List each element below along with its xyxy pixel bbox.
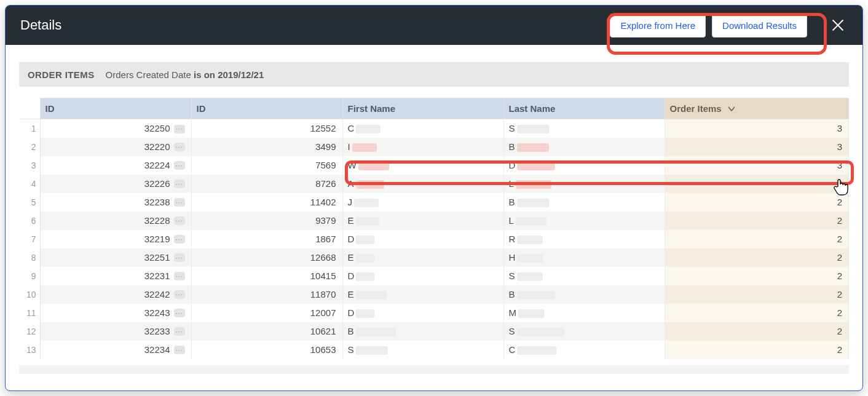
cell-first-name[interactable]: J [342,193,503,212]
table-row[interactable]: 232220···3499IB3 [19,138,849,156]
col-last-name[interactable]: Last Name [503,98,665,119]
col-id2[interactable]: ID [191,98,342,119]
cell-id1[interactable]: 32228··· [40,212,191,230]
cell-order-items[interactable]: 2 [665,267,849,285]
cell-first-name[interactable]: B [342,322,503,341]
ellipsis-icon[interactable]: ··· [174,125,185,133]
cell-first-name[interactable]: E [342,285,503,304]
ellipsis-icon[interactable]: ··· [174,143,185,151]
cell-order-items[interactable]: 2 [665,193,849,212]
ellipsis-icon[interactable]: ··· [174,327,185,336]
cell-id2[interactable]: 12668 [191,248,342,267]
cell-id2[interactable]: 12552 [191,119,342,138]
col-first-name[interactable]: First Name [342,98,503,119]
table-row[interactable]: 932231···10415DS2 [19,267,849,285]
table-row[interactable]: 832251···12668EH2 [19,248,849,267]
cell-first-name[interactable]: S [342,341,503,359]
cell-order-items[interactable]: 2 [665,322,849,341]
cell-id1[interactable]: 32243··· [40,304,191,322]
cell-last-name[interactable]: B [503,285,665,304]
cell-first-name[interactable]: C [342,119,503,138]
cell-last-name[interactable]: L [503,212,665,230]
cell-last-name[interactable]: D [503,156,665,175]
cell-last-name[interactable]: S [503,322,665,341]
cell-id2[interactable]: 10653 [191,341,342,359]
download-results-button[interactable]: Download Results [712,14,807,38]
cell-first-name[interactable]: D [342,230,503,248]
cell-order-items[interactable]: 2 [665,212,849,230]
cell-id2[interactable]: 11402 [191,193,342,212]
ellipsis-icon[interactable]: ··· [174,290,185,299]
cell-id1[interactable]: 32219··· [40,230,191,248]
close-icon[interactable] [831,18,845,33]
ellipsis-icon[interactable]: ··· [174,161,185,170]
col-order-items[interactable]: Order Items [665,98,849,119]
cell-order-items[interactable]: 2 [665,341,849,359]
cell-last-name[interactable]: L [503,175,665,193]
table-row[interactable]: 1132243···12007DM2 [19,304,849,322]
cell-id2[interactable]: 7569 [191,156,342,175]
cell-order-items[interactable]: 2 [665,230,849,248]
cell-id2[interactable]: 12007 [191,304,342,322]
cell-first-name[interactable]: W [342,156,503,175]
cell-first-name[interactable]: D [342,267,503,285]
cell-id1[interactable]: 32250··· [40,119,191,138]
cell-id2[interactable]: 1867 [191,230,342,248]
table-row[interactable]: 432226···8726AL2 [19,175,849,193]
table-row[interactable]: 732219···1867DR2 [19,230,849,248]
cell-last-name[interactable]: B [503,138,665,156]
cell-last-name[interactable]: C [503,341,665,359]
cell-id2[interactable]: 10621 [191,322,342,341]
table-row[interactable]: 332224···7569WD3 [19,156,849,175]
cell-order-items[interactable]: 3 [665,119,849,138]
cell-order-items[interactable]: 2 [665,175,849,193]
cell-last-name[interactable]: B [503,193,665,212]
table-row[interactable]: 632228···9379EL2 [19,212,849,230]
horizontal-scrollbar[interactable] [19,365,849,374]
ellipsis-icon[interactable]: ··· [174,235,185,244]
cell-order-items[interactable]: 3 [665,156,849,175]
cell-last-name[interactable]: S [503,267,665,285]
cell-order-items[interactable]: 2 [665,304,849,322]
cell-id1[interactable]: 32234··· [40,341,191,359]
cell-id2[interactable]: 3499 [191,138,342,156]
cell-last-name[interactable]: S [503,119,665,138]
cell-id1[interactable]: 32226··· [40,175,191,193]
cell-id1[interactable]: 32220··· [40,138,191,156]
cell-id1[interactable]: 32238··· [40,193,191,212]
table-row[interactable]: 532238···11402JB2 [19,193,849,212]
ellipsis-icon[interactable]: ··· [174,346,185,354]
cell-id2[interactable]: 8726 [191,175,342,193]
cell-first-name[interactable]: E [342,248,503,267]
ellipsis-icon[interactable]: ··· [174,198,185,207]
cell-id2[interactable]: 9379 [191,212,342,230]
table-row[interactable]: 1232233···10621BS2 [19,322,849,341]
cell-order-items[interactable]: 2 [665,285,849,304]
table-row[interactable]: 132250···12552CS3 [19,119,849,138]
cell-first-name[interactable]: A [342,175,503,193]
cell-last-name[interactable]: M [503,304,665,322]
ellipsis-icon[interactable]: ··· [174,309,185,317]
explore-from-here-button[interactable]: Explore from Here [610,14,706,38]
table-row[interactable]: 1032242···11870EB2 [19,285,849,304]
col-id1[interactable]: ID [40,98,191,119]
table-row[interactable]: 1332234···10653SC2 [19,341,849,359]
cell-first-name[interactable]: I [342,138,503,156]
cell-last-name[interactable]: R [503,230,665,248]
ellipsis-icon[interactable]: ··· [174,180,185,188]
cell-order-items[interactable]: 2 [665,248,849,267]
ellipsis-icon[interactable]: ··· [174,272,185,280]
cell-id1[interactable]: 32251··· [40,248,191,267]
ellipsis-icon[interactable]: ··· [174,216,185,225]
cell-first-name[interactable]: E [342,212,503,230]
cell-id2[interactable]: 11870 [191,285,342,304]
cell-last-name[interactable]: H [503,248,665,267]
cell-id1[interactable]: 32233··· [40,322,191,341]
cell-order-items[interactable]: 3 [665,138,849,156]
cell-id1[interactable]: 32224··· [40,156,191,175]
cell-id2[interactable]: 10415 [191,267,342,285]
cell-id1[interactable]: 32242··· [40,285,191,304]
cell-id1[interactable]: 32231··· [40,267,191,285]
ellipsis-icon[interactable]: ··· [174,253,185,262]
cell-first-name[interactable]: D [342,304,503,322]
